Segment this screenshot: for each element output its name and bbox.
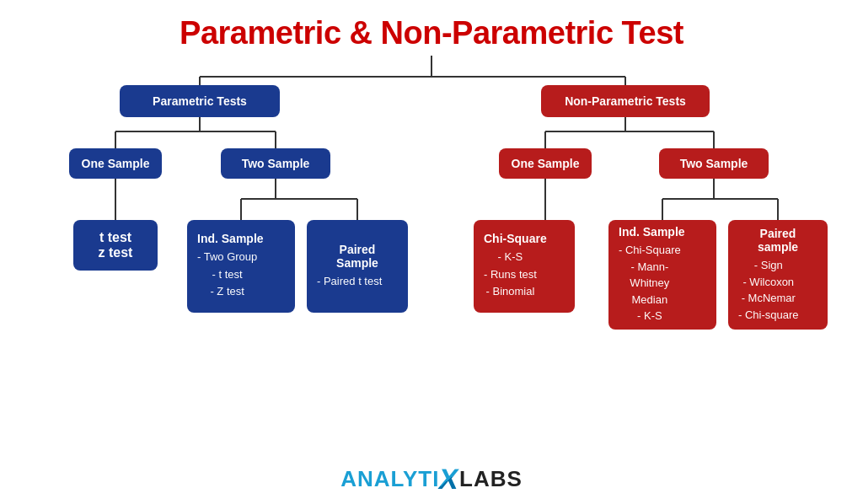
parametric-tests-label: Parametric Tests bbox=[153, 94, 247, 108]
ind-sample-p-header: Ind. Sample bbox=[197, 232, 264, 245]
chisq-body: - K-S - Runs test - Binomial bbox=[484, 249, 537, 301]
two-sample-nonparametric-node: Two Sample bbox=[659, 148, 769, 179]
one-sample-parametric-node: One Sample bbox=[69, 148, 162, 179]
diagram-container: Parametric Tests Non-Parametric Tests On… bbox=[19, 51, 844, 459]
two-sample-parametric-node: Two Sample bbox=[221, 148, 330, 179]
non-parametric-tests-node: Non-Parametric Tests bbox=[541, 85, 710, 117]
ind-sample-parametric-node: Ind. Sample - Two Group - t test - Z tes… bbox=[187, 220, 295, 313]
ttest-label: t test bbox=[99, 230, 131, 245]
one-sample-nonparametric-node: One Sample bbox=[499, 148, 592, 179]
logo-labs: LABS bbox=[459, 466, 523, 492]
page-title: Parametric & Non-Parametric Test bbox=[180, 15, 683, 51]
two-sample-np-label: Two Sample bbox=[680, 157, 748, 170]
paired-sample-np-body: - Sign - Wilcoxon - McNemar - Chi-square bbox=[738, 257, 799, 323]
ind-sample-np-header: Ind. Sample bbox=[619, 225, 685, 239]
chisquare-node: Chi-Square - K-S - Runs test - Binomial bbox=[474, 220, 575, 313]
ttest-ztest-node: t test z test bbox=[73, 220, 158, 271]
paired-sample-parametric-node: Paired Sample - Paired t test bbox=[307, 220, 408, 313]
parametric-tests-node: Parametric Tests bbox=[120, 85, 280, 117]
ztest-label: z test bbox=[99, 245, 133, 260]
nodes-layer: Parametric Tests Non-Parametric Tests On… bbox=[19, 51, 844, 459]
paired-sample-p-body: - Paired t test bbox=[317, 273, 382, 291]
one-sample-p-label: One Sample bbox=[82, 157, 150, 170]
ind-sample-np-body: - Chi-Square - Mann- Whitney Median - K-… bbox=[619, 242, 681, 324]
one-sample-np-label: One Sample bbox=[512, 157, 580, 170]
logo: ANALYTIXLABS bbox=[340, 463, 523, 496]
two-sample-p-label: Two Sample bbox=[242, 157, 310, 170]
ind-sample-p-body: - Two Group - t test - Z test bbox=[197, 249, 257, 301]
paired-sample-np-header: Paired sample bbox=[738, 227, 817, 254]
paired-sample-nonparametric-node: Paired sample - Sign - Wilcoxon - McNema… bbox=[728, 220, 828, 330]
ind-sample-nonparametric-node: Ind. Sample - Chi-Square - Mann- Whitney… bbox=[608, 220, 716, 330]
paired-sample-p-header: Paired Sample bbox=[317, 243, 398, 270]
footer: ANALYTIXLABS bbox=[0, 463, 863, 504]
logo-x: X bbox=[437, 463, 463, 496]
non-parametric-tests-label: Non-Parametric Tests bbox=[565, 94, 686, 108]
chisq-header: Chi-Square bbox=[484, 232, 547, 245]
logo-analyti: ANALYTI bbox=[340, 466, 439, 492]
